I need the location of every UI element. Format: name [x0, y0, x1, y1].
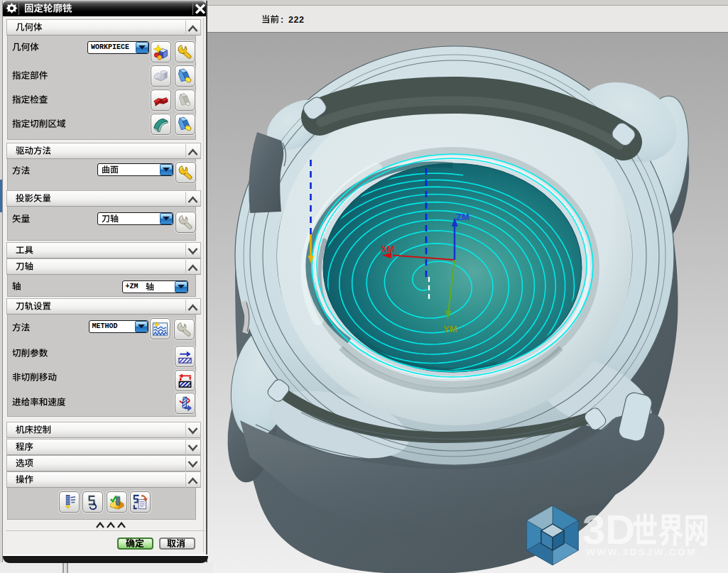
svg-text:WWW.3DSJW.COM: WWW.3DSJW.COM: [586, 547, 697, 557]
svg-text:XM: XM: [381, 244, 395, 254]
svg-text:3D: 3D: [582, 506, 635, 552]
svg-text:YM: YM: [443, 324, 457, 334]
svg-text:ZM: ZM: [456, 212, 469, 222]
